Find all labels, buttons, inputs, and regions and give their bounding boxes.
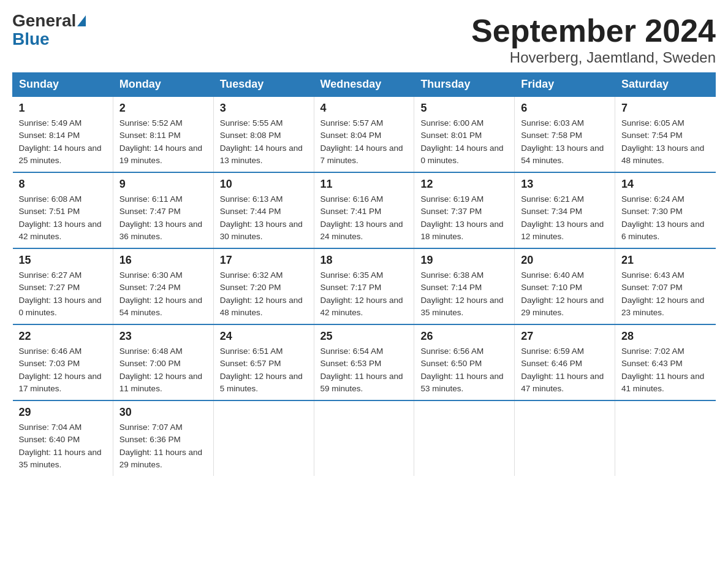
day-number: 20	[521, 254, 609, 267]
calendar-cell: 3Sunrise: 5:55 AMSunset: 8:08 PMDaylight…	[213, 96, 314, 172]
calendar-cell: 18Sunrise: 6:35 AMSunset: 7:17 PMDayligh…	[314, 248, 414, 324]
day-info: Sunrise: 7:04 AMSunset: 6:40 PMDaylight:…	[19, 421, 107, 471]
calendar-cell: 15Sunrise: 6:27 AMSunset: 7:27 PMDayligh…	[13, 248, 113, 324]
day-number: 9	[119, 178, 207, 191]
calendar-cell: 8Sunrise: 6:08 AMSunset: 7:51 PMDaylight…	[13, 172, 113, 248]
calendar-cell: 24Sunrise: 6:51 AMSunset: 6:57 PMDayligh…	[213, 324, 314, 400]
day-number: 6	[521, 102, 609, 115]
day-number: 21	[621, 254, 709, 267]
weekday-header-row: SundayMondayTuesdayWednesdayThursdayFrid…	[13, 73, 716, 97]
logo-blue: Blue	[12, 29, 50, 49]
calendar-cell	[515, 400, 615, 476]
weekday-header-saturday: Saturday	[615, 73, 716, 97]
day-info: Sunrise: 6:19 AMSunset: 7:37 PMDaylight:…	[420, 193, 508, 243]
page-header: General Blue September 2024 Hoverberg, J…	[12, 12, 716, 66]
calendar-cell: 2Sunrise: 5:52 AMSunset: 8:11 PMDaylight…	[113, 96, 213, 172]
day-number: 25	[320, 330, 408, 343]
day-info: Sunrise: 6:32 AMSunset: 7:20 PMDaylight:…	[220, 269, 308, 319]
day-info: Sunrise: 6:27 AMSunset: 7:27 PMDaylight:…	[19, 269, 107, 319]
day-number: 11	[320, 178, 408, 191]
day-number: 18	[320, 254, 408, 267]
calendar-cell: 1Sunrise: 5:49 AMSunset: 8:14 PMDaylight…	[13, 96, 113, 172]
calendar-cell: 29Sunrise: 7:04 AMSunset: 6:40 PMDayligh…	[13, 400, 113, 476]
calendar-cell: 13Sunrise: 6:21 AMSunset: 7:34 PMDayligh…	[515, 172, 615, 248]
calendar-cell	[314, 400, 414, 476]
day-number: 29	[19, 406, 107, 419]
day-info: Sunrise: 6:00 AMSunset: 8:01 PMDaylight:…	[420, 117, 508, 167]
calendar-cell: 21Sunrise: 6:43 AMSunset: 7:07 PMDayligh…	[615, 248, 716, 324]
calendar-title: September 2024	[471, 12, 716, 49]
calendar-cell: 27Sunrise: 6:59 AMSunset: 6:46 PMDayligh…	[515, 324, 615, 400]
day-info: Sunrise: 7:02 AMSunset: 6:43 PMDaylight:…	[621, 345, 709, 395]
calendar-table: SundayMondayTuesdayWednesdayThursdayFrid…	[12, 72, 716, 476]
logo-triangle-icon	[77, 15, 86, 26]
week-row-3: 15Sunrise: 6:27 AMSunset: 7:27 PMDayligh…	[13, 248, 716, 324]
day-number: 2	[119, 102, 207, 115]
day-info: Sunrise: 5:52 AMSunset: 8:11 PMDaylight:…	[119, 117, 207, 167]
day-info: Sunrise: 6:35 AMSunset: 7:17 PMDaylight:…	[320, 269, 408, 319]
day-number: 15	[19, 254, 107, 267]
calendar-cell: 12Sunrise: 6:19 AMSunset: 7:37 PMDayligh…	[414, 172, 515, 248]
day-number: 8	[19, 178, 107, 191]
day-info: Sunrise: 6:38 AMSunset: 7:14 PMDaylight:…	[420, 269, 508, 319]
calendar-cell: 14Sunrise: 6:24 AMSunset: 7:30 PMDayligh…	[615, 172, 716, 248]
day-number: 4	[320, 102, 408, 115]
calendar-cell: 20Sunrise: 6:40 AMSunset: 7:10 PMDayligh…	[515, 248, 615, 324]
weekday-header-sunday: Sunday	[13, 73, 113, 97]
day-info: Sunrise: 6:48 AMSunset: 7:00 PMDaylight:…	[119, 345, 207, 395]
day-info: Sunrise: 6:54 AMSunset: 6:53 PMDaylight:…	[320, 345, 408, 395]
week-row-4: 22Sunrise: 6:46 AMSunset: 7:03 PMDayligh…	[13, 324, 716, 400]
day-info: Sunrise: 6:13 AMSunset: 7:44 PMDaylight:…	[220, 193, 308, 243]
day-info: Sunrise: 5:49 AMSunset: 8:14 PMDaylight:…	[19, 117, 107, 167]
day-number: 1	[19, 102, 107, 115]
logo: General Blue	[12, 12, 86, 49]
calendar-cell: 23Sunrise: 6:48 AMSunset: 7:00 PMDayligh…	[113, 324, 213, 400]
weekday-header-monday: Monday	[113, 73, 213, 97]
calendar-cell: 10Sunrise: 6:13 AMSunset: 7:44 PMDayligh…	[213, 172, 314, 248]
calendar-cell: 22Sunrise: 6:46 AMSunset: 7:03 PMDayligh…	[13, 324, 113, 400]
day-number: 28	[621, 330, 709, 343]
logo-general: General	[12, 12, 76, 29]
day-info: Sunrise: 6:05 AMSunset: 7:54 PMDaylight:…	[621, 117, 709, 167]
week-row-2: 8Sunrise: 6:08 AMSunset: 7:51 PMDaylight…	[13, 172, 716, 248]
day-number: 10	[220, 178, 308, 191]
day-number: 7	[621, 102, 709, 115]
day-number: 19	[420, 254, 508, 267]
day-number: 14	[621, 178, 709, 191]
day-number: 24	[220, 330, 308, 343]
calendar-cell: 25Sunrise: 6:54 AMSunset: 6:53 PMDayligh…	[314, 324, 414, 400]
day-number: 23	[119, 330, 207, 343]
day-info: Sunrise: 6:24 AMSunset: 7:30 PMDaylight:…	[621, 193, 709, 243]
week-row-1: 1Sunrise: 5:49 AMSunset: 8:14 PMDaylight…	[13, 96, 716, 172]
calendar-cell: 9Sunrise: 6:11 AMSunset: 7:47 PMDaylight…	[113, 172, 213, 248]
calendar-cell: 6Sunrise: 6:03 AMSunset: 7:58 PMDaylight…	[515, 96, 615, 172]
calendar-cell: 26Sunrise: 6:56 AMSunset: 6:50 PMDayligh…	[414, 324, 515, 400]
calendar-cell: 16Sunrise: 6:30 AMSunset: 7:24 PMDayligh…	[113, 248, 213, 324]
day-number: 3	[220, 102, 308, 115]
day-number: 17	[220, 254, 308, 267]
day-number: 13	[521, 178, 609, 191]
day-info: Sunrise: 6:51 AMSunset: 6:57 PMDaylight:…	[220, 345, 308, 395]
weekday-header-friday: Friday	[515, 73, 615, 97]
day-info: Sunrise: 6:43 AMSunset: 7:07 PMDaylight:…	[621, 269, 709, 319]
title-block: September 2024 Hoverberg, Jaemtland, Swe…	[471, 12, 716, 66]
weekday-header-wednesday: Wednesday	[314, 73, 414, 97]
calendar-cell	[414, 400, 515, 476]
day-info: Sunrise: 6:56 AMSunset: 6:50 PMDaylight:…	[420, 345, 508, 395]
calendar-cell: 28Sunrise: 7:02 AMSunset: 6:43 PMDayligh…	[615, 324, 716, 400]
calendar-cell	[615, 400, 716, 476]
calendar-cell: 17Sunrise: 6:32 AMSunset: 7:20 PMDayligh…	[213, 248, 314, 324]
day-info: Sunrise: 6:16 AMSunset: 7:41 PMDaylight:…	[320, 193, 408, 243]
calendar-cell: 4Sunrise: 5:57 AMSunset: 8:04 PMDaylight…	[314, 96, 414, 172]
day-info: Sunrise: 6:59 AMSunset: 6:46 PMDaylight:…	[521, 345, 609, 395]
week-row-5: 29Sunrise: 7:04 AMSunset: 6:40 PMDayligh…	[13, 400, 716, 476]
day-info: Sunrise: 6:03 AMSunset: 7:58 PMDaylight:…	[521, 117, 609, 167]
day-info: Sunrise: 6:11 AMSunset: 7:47 PMDaylight:…	[119, 193, 207, 243]
weekday-header-tuesday: Tuesday	[213, 73, 314, 97]
day-number: 30	[119, 406, 207, 419]
day-number: 26	[420, 330, 508, 343]
day-info: Sunrise: 6:46 AMSunset: 7:03 PMDaylight:…	[19, 345, 107, 395]
day-number: 12	[420, 178, 508, 191]
day-info: Sunrise: 6:08 AMSunset: 7:51 PMDaylight:…	[19, 193, 107, 243]
calendar-cell: 19Sunrise: 6:38 AMSunset: 7:14 PMDayligh…	[414, 248, 515, 324]
